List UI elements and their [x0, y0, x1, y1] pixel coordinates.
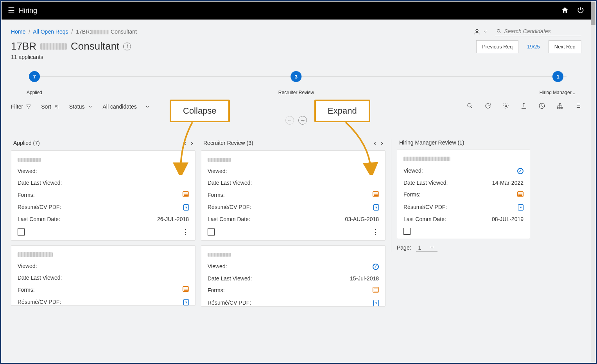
chevron-down-icon	[429, 244, 435, 251]
stage-track: 7 Applied 3 Recruiter Review 1 Hiring Ma…	[11, 71, 581, 98]
more-menu-icon[interactable]: ⋮	[372, 228, 379, 236]
stage-applied[interactable]: 7 Applied	[27, 71, 42, 95]
power-icon[interactable]	[577, 6, 584, 15]
column-title: Recruiter Review (3)	[203, 140, 253, 146]
candidate-name	[18, 252, 53, 257]
vertical-scrollbar[interactable]	[591, 2, 595, 362]
search-icon	[496, 28, 502, 34]
page-selector: Page: 1	[397, 244, 530, 252]
search-input[interactable]	[504, 28, 581, 34]
svg-point-8	[561, 107, 563, 109]
stage-recruiter-review[interactable]: 3 Recruiter Review	[278, 71, 314, 95]
forms-icon[interactable]	[183, 286, 189, 292]
home-icon[interactable]	[561, 6, 569, 15]
candidate-name	[208, 253, 231, 257]
req-counter[interactable]: 19/25	[522, 41, 545, 53]
applicant-count: 11 applicants	[11, 54, 131, 60]
svg-point-7	[559, 107, 561, 109]
annotation-collapse: Collapse	[170, 100, 230, 122]
page-title: 17BRConsultant i	[11, 40, 131, 52]
column-recruiter-review: Recruiter Review (3) ‹› Viewed: Date Las…	[201, 139, 385, 311]
check-icon: ✓	[373, 264, 379, 270]
sort-icon	[54, 103, 60, 110]
clock-icon[interactable]	[538, 102, 545, 111]
next-req-button[interactable]: Next Req	[549, 40, 581, 53]
column-title: Hiring Manager Review (1)	[399, 139, 464, 146]
candidate-card[interactable]: Viewed: Date Last Viewed: Forms: Résumé/…	[11, 150, 195, 241]
previous-req-button[interactable]: Previous Req	[476, 40, 518, 53]
expand-column-button[interactable]: ›	[381, 139, 383, 146]
annotation-expand: Expand	[314, 100, 370, 122]
candidate-card[interactable]: Viewed: Date Last Viewed: Forms: Résumé/…	[201, 150, 385, 241]
svg-point-3	[505, 105, 507, 107]
stage-hiring-manager[interactable]: 1 Hiring Manager ...	[540, 71, 577, 95]
forms-icon[interactable]	[373, 191, 379, 197]
filter-tool[interactable]: Filter	[11, 103, 32, 110]
candidate-name	[403, 157, 450, 161]
user-menu[interactable]	[473, 28, 488, 35]
svg-point-5	[559, 103, 561, 104]
pdf-icon[interactable]: ▾	[183, 204, 189, 211]
toolbar: Filter Sort Status All candidates	[11, 102, 581, 111]
forms-icon[interactable]	[517, 191, 523, 197]
info-icon[interactable]: i	[123, 43, 131, 50]
breadcrumb-home[interactable]: Home	[11, 29, 25, 35]
candidate-card[interactable]: Viewed:✓ Date Last Viewed:14-Mar-2022 Fo…	[397, 150, 530, 239]
list-icon[interactable]	[574, 102, 581, 111]
collapse-column-button[interactable]: ‹	[374, 139, 376, 146]
chevron-down-icon	[144, 103, 151, 110]
breadcrumb-current: 17BR: Consultant	[76, 29, 137, 35]
column-title: Applied (7)	[13, 140, 40, 146]
column-hiring-manager-review: Hiring Manager Review (1) Viewed:✓ Date …	[391, 139, 530, 252]
select-checkbox[interactable]	[208, 228, 215, 236]
pdf-icon[interactable]: ▾	[183, 299, 189, 305]
all-candidates-tool[interactable]: All candidates	[103, 103, 151, 110]
breadcrumb: Home / All Open Reqs / 17BR: Consultant	[11, 29, 137, 35]
sort-tool[interactable]: Sort	[41, 103, 60, 110]
svg-point-1	[497, 29, 500, 32]
menu-icon[interactable]: ☰	[8, 6, 15, 15]
filter-icon	[25, 103, 32, 110]
check-icon: ✓	[517, 168, 523, 174]
candidate-name	[18, 158, 41, 162]
upload-icon[interactable]	[520, 102, 527, 111]
top-bar: ☰ Hiring	[2, 2, 591, 20]
forms-icon[interactable]	[183, 191, 189, 197]
pdf-icon[interactable]: ▾	[518, 204, 523, 211]
svg-point-6	[557, 107, 558, 109]
expand-column-button[interactable]: ›	[191, 139, 193, 146]
breadcrumb-reqs[interactable]: All Open Reqs	[33, 29, 68, 35]
refresh-icon[interactable]	[484, 102, 491, 111]
page-next-button[interactable]: →	[298, 116, 307, 125]
candidate-card[interactable]: Viewed: Date Last Viewed: Forms: Résumé/…	[11, 245, 195, 306]
column-applied: Applied (7) ‹› Viewed: Date Last Viewed:…	[11, 139, 195, 310]
select-checkbox[interactable]	[18, 228, 25, 236]
search-box[interactable]	[495, 27, 581, 36]
hierarchy-icon[interactable]	[556, 102, 563, 111]
forms-icon[interactable]	[373, 287, 379, 293]
chevron-down-icon	[87, 103, 93, 110]
collapse-column-button[interactable]: ‹	[184, 139, 186, 146]
gear-icon[interactable]	[502, 102, 509, 111]
app-title: Hiring	[19, 7, 37, 15]
status-tool[interactable]: Status	[69, 103, 93, 110]
req-nav: Previous Req 19/25 Next Req	[476, 40, 581, 53]
pdf-icon[interactable]: ▾	[373, 300, 379, 306]
kanban-board: Applied (7) ‹› Viewed: Date Last Viewed:…	[11, 139, 581, 311]
search-icon[interactable]	[466, 102, 473, 111]
page-prev-button[interactable]: ←	[285, 116, 294, 125]
candidate-card[interactable]: Viewed:✓ Date Last Viewed:15-Jul-2018 Fo…	[201, 245, 385, 307]
page-dropdown[interactable]: 1	[416, 244, 438, 252]
column-pager: ← →	[11, 116, 581, 125]
svg-point-0	[476, 29, 478, 32]
candidate-name	[208, 158, 231, 162]
pdf-icon[interactable]: ▾	[373, 204, 379, 211]
select-checkbox[interactable]	[403, 228, 411, 235]
chevron-down-icon	[482, 29, 488, 35]
more-menu-icon[interactable]: ⋮	[182, 228, 189, 236]
svg-point-2	[468, 103, 471, 107]
